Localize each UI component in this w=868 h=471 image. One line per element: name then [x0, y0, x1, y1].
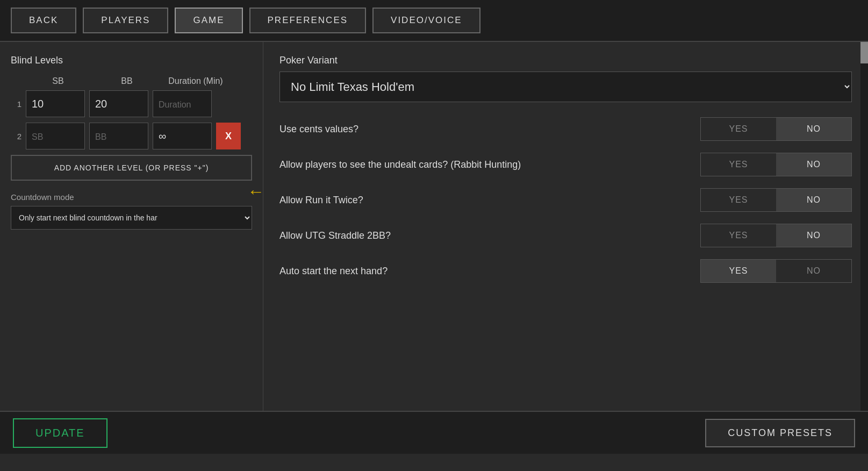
sb-column-header: SB — [26, 76, 90, 86]
utg-straddle-row: Allow UTG Straddle 2BB? YES NO — [279, 224, 852, 247]
game-button[interactable]: GAME — [175, 8, 242, 33]
add-level-button[interactable]: ADD ANOTHER LEVEL (OR PRESS "+") — [11, 155, 252, 181]
main-area: Blind Levels SB BB Duration (Min) 1 2 — [0, 42, 868, 411]
utg-yes-button[interactable]: YES — [701, 224, 776, 247]
blind-row-2: 2 X — [11, 123, 252, 149]
row2-sb-input[interactable] — [26, 123, 85, 149]
auto-start-row: Auto start the next hand? YES NO — [279, 259, 852, 283]
arrow-annotation: ← — [247, 182, 264, 202]
right-panel: Poker Variant No Limit Texas Hold'em Pot… — [263, 42, 868, 411]
row1-sb-input[interactable] — [26, 90, 85, 117]
bb-column-header: BB — [95, 76, 159, 86]
utg-no-button[interactable]: NO — [776, 224, 851, 247]
run-twice-yes-button[interactable]: YES — [701, 189, 776, 211]
use-cents-row: Use cents values? YES NO — [279, 117, 852, 141]
run-twice-row: Allow Run it Twice? YES NO — [279, 188, 852, 212]
row1-number: 1 — [11, 99, 21, 109]
auto-start-toggle: YES NO — [700, 259, 852, 283]
back-button[interactable]: BACK — [11, 8, 76, 33]
preferences-button[interactable]: PREFERENCES — [249, 8, 367, 33]
countdown-mode-label: Countdown mode — [11, 192, 252, 202]
left-panel: Blind Levels SB BB Duration (Min) 1 2 — [0, 42, 263, 411]
bottom-bar: UPDATE CUSTOM PRESETS — [0, 411, 868, 454]
row1-bb-input[interactable] — [89, 90, 148, 117]
use-cents-label: Use cents values? — [279, 124, 358, 135]
scrollbar-thumb[interactable] — [860, 42, 868, 63]
blind-row-1: 1 — [11, 90, 252, 117]
rabbit-hunting-label: Allow players to see the undealt cards? … — [279, 159, 521, 170]
utg-straddle-toggle: YES NO — [700, 224, 852, 247]
utg-straddle-label: Allow UTG Straddle 2BB? — [279, 230, 391, 241]
use-cents-no-button[interactable]: NO — [776, 118, 851, 140]
run-twice-toggle: YES NO — [700, 188, 852, 212]
duration-column-header: Duration (Min) — [163, 76, 228, 86]
rabbit-no-button[interactable]: NO — [776, 153, 851, 176]
row2-delete-button[interactable]: X — [216, 123, 241, 149]
auto-start-yes-button[interactable]: YES — [701, 260, 776, 282]
row2-number: 2 — [11, 132, 21, 141]
use-cents-yes-button[interactable]: YES — [701, 118, 776, 140]
auto-start-label: Auto start the next hand? — [279, 266, 388, 277]
rabbit-hunting-toggle: YES NO — [700, 153, 852, 176]
videovoice-button[interactable]: VIDEO/VOICE — [372, 8, 480, 33]
scrollbar-track[interactable] — [860, 42, 868, 411]
update-button[interactable]: UPDATE — [13, 418, 107, 448]
row2-duration-input[interactable] — [153, 123, 212, 149]
rabbit-hunting-row: Allow players to see the undealt cards? … — [279, 153, 852, 176]
custom-presets-button[interactable]: CUSTOM PRESETS — [705, 419, 855, 447]
top-nav: BACK PLAYERS GAME PREFERENCES VIDEO/VOIC… — [0, 0, 868, 42]
blind-levels-title: Blind Levels — [11, 55, 252, 66]
poker-variant-select[interactable]: No Limit Texas Hold'em Pot Limit Omaha L… — [279, 72, 852, 102]
use-cents-toggle: YES NO — [700, 117, 852, 141]
players-button[interactable]: PLAYERS — [83, 8, 168, 33]
countdown-mode-select[interactable]: Only start next blind countdown in the h… — [11, 206, 252, 230]
auto-start-no-button[interactable]: NO — [776, 260, 851, 282]
row1-duration-input[interactable] — [153, 90, 212, 117]
row2-bb-input[interactable] — [89, 123, 148, 149]
rabbit-yes-button[interactable]: YES — [701, 153, 776, 176]
poker-variant-label: Poker Variant — [279, 55, 852, 66]
run-twice-no-button[interactable]: NO — [776, 189, 851, 211]
run-twice-label: Allow Run it Twice? — [279, 195, 363, 206]
blind-column-headers: SB BB Duration (Min) — [11, 76, 252, 86]
